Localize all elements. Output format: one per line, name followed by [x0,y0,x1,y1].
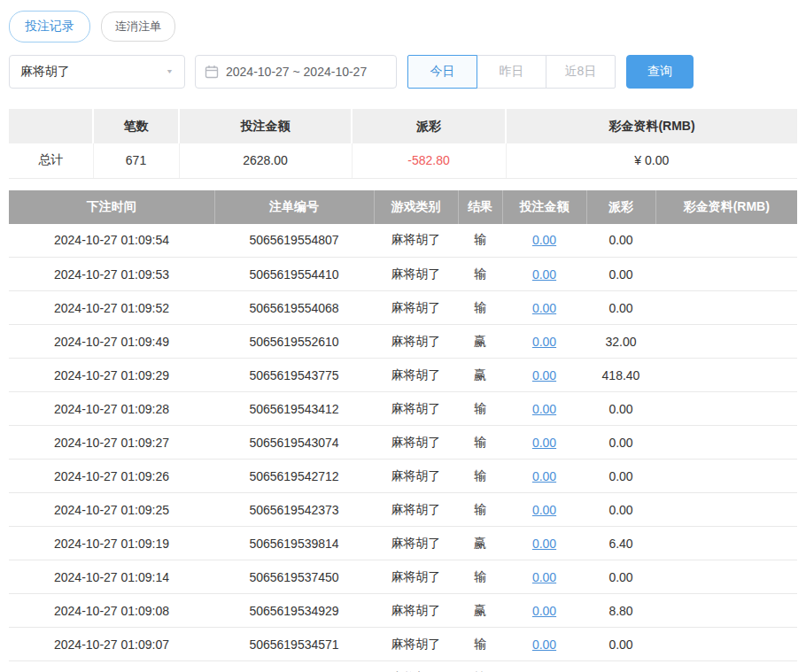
result-cell: 赢 [458,527,502,560]
bet-amount-link[interactable]: 0.00 [532,436,556,450]
payout-cell: 0.00 [586,493,655,527]
game-type-cell: 麻将胡了 [374,560,458,594]
summary-header-bet-amount: 投注金额 [179,109,352,143]
bet-time-cell: 2024-10-27 01:09:27 [9,426,214,460]
payout-cell: 32.00 [586,325,655,359]
bet-time-cell: 2024-10-27 01:09:14 [9,560,214,594]
bet-amount-cell: 0.00 [502,661,586,672]
calendar-icon [205,65,219,79]
bet-amount-link[interactable]: 0.00 [532,368,556,382]
game-select[interactable]: 麻将胡了 ▼ [9,55,185,89]
quick-filter-today[interactable]: 今日 [407,55,477,89]
order-id-cell: 5065619534184 [214,661,374,672]
tab-cancelled-orders[interactable]: 连消注单 [101,12,175,42]
bet-amount-link[interactable]: 0.00 [532,233,556,247]
jackpot-cell [655,560,797,594]
game-type-cell: 麻将胡了 [374,493,458,527]
header-bet-amount: 投注金额 [502,190,586,224]
bet-amount-link[interactable]: 0.00 [532,503,556,517]
jackpot-cell [655,325,797,359]
bet-amount-cell: 0.00 [502,258,586,291]
jackpot-cell [655,359,797,392]
result-cell: 输 [458,460,502,493]
header-order-id: 注单编号 [214,190,374,224]
summary-header-row: 笔数 投注金额 派彩 彩金资料(RMB) [9,109,797,143]
summary-total-row: 总计 671 2628.00 -582.80 ¥ 0.00 [9,143,797,178]
payout-cell: 0.00 [586,224,655,258]
game-select-value: 麻将胡了 [20,64,70,80]
jackpot-cell [655,258,797,291]
bet-amount-link[interactable]: 0.00 [532,604,556,618]
summary-header-payout: 派彩 [352,109,506,143]
bet-amount-cell: 0.00 [502,325,586,359]
query-button[interactable]: 查询 [626,55,694,89]
bet-amount-cell: 0.00 [502,460,586,493]
table-row: 2024-10-27 01:09:085065619534929麻将胡了赢0.0… [9,594,797,628]
payout-cell: 0.00 [586,460,655,493]
table-row: 2024-10-27 01:09:065065619534184麻将胡了输0.0… [9,661,797,672]
jackpot-cell [655,460,797,493]
chevron-down-icon: ▼ [166,68,174,75]
bet-time-cell: 2024-10-27 01:09:19 [9,527,214,560]
game-type-cell: 麻将胡了 [374,224,458,258]
payout-cell: 418.40 [586,359,655,392]
bet-amount-link[interactable]: 0.00 [532,335,556,349]
game-type-cell: 麻将胡了 [374,460,458,493]
order-id-cell: 5065619543074 [214,426,374,460]
quick-filter-last8days[interactable]: 近8日 [546,55,616,89]
result-cell: 输 [458,628,502,661]
bet-amount-link[interactable]: 0.00 [532,637,556,652]
payout-cell: 0.00 [586,628,655,661]
bet-amount-cell: 0.00 [502,560,586,594]
order-id-cell: 5065619554068 [214,291,374,325]
bet-amount-link[interactable]: 0.00 [532,402,556,416]
jackpot-cell [655,291,797,325]
bet-amount-cell: 0.00 [502,224,586,258]
bet-amount-link[interactable]: 0.00 [532,537,556,551]
result-cell: 输 [458,560,502,594]
result-cell: 赢 [458,359,502,392]
bet-amount-link[interactable]: 0.00 [532,469,556,483]
game-type-cell: 麻将胡了 [374,527,458,560]
table-row: 2024-10-27 01:09:545065619554807麻将胡了输0.0… [9,224,797,258]
bet-amount-link[interactable]: 0.00 [532,267,556,282]
jackpot-cell [655,628,797,661]
summary-total-count: 671 [93,143,179,178]
result-cell: 输 [458,291,502,325]
bet-time-cell: 2024-10-27 01:09:28 [9,392,214,426]
game-type-cell: 麻将胡了 [374,426,458,460]
table-row: 2024-10-27 01:09:255065619542373麻将胡了输0.0… [9,493,797,527]
game-type-cell: 麻将胡了 [374,258,458,291]
table-row: 2024-10-27 01:09:275065619543074麻将胡了输0.0… [9,426,797,460]
header-jackpot: 彩金资料(RMB) [655,190,797,224]
bet-time-cell: 2024-10-27 01:09:54 [9,224,214,258]
records-tbody: 2024-10-27 01:09:545065619554807麻将胡了输0.0… [9,224,797,672]
quick-filter-yesterday[interactable]: 昨日 [477,55,546,89]
header-bet-time: 下注时间 [9,190,214,224]
bet-amount-cell: 0.00 [502,392,586,426]
filter-bar: 麻将胡了 ▼ 2024-10-27 ~ 2024-10-27 今日 昨日 近8日… [9,55,797,89]
bet-time-cell: 2024-10-27 01:09:53 [9,258,214,291]
top-tabs: 投注记录 连消注单 [9,11,797,42]
game-type-cell: 麻将胡了 [374,325,458,359]
betting-records-page: 投注记录 连消注单 麻将胡了 ▼ 2024-10-27 ~ 2024-10-27… [0,0,806,672]
summary-header-count: 笔数 [93,109,179,143]
game-type-cell: 麻将胡了 [374,291,458,325]
bet-amount-link[interactable]: 0.00 [532,570,556,584]
summary-table: 笔数 投注金额 派彩 彩金资料(RMB) 总计 671 2628.00 -582… [9,109,797,179]
bet-amount-cell: 0.00 [502,527,586,560]
bet-amount-cell: 0.00 [502,426,586,460]
header-game-type: 游戏类别 [374,190,458,224]
bet-time-cell: 2024-10-27 01:09:06 [9,661,214,672]
result-cell: 输 [458,258,502,291]
bet-amount-cell: 0.00 [502,291,586,325]
summary-total-label: 总计 [9,143,93,178]
bet-amount-link[interactable]: 0.00 [532,301,556,315]
date-range-input[interactable]: 2024-10-27 ~ 2024-10-27 [195,55,397,89]
game-type-cell: 麻将胡了 [374,661,458,672]
bet-time-cell: 2024-10-27 01:09:07 [9,628,214,661]
order-id-cell: 5065619542373 [214,493,374,527]
tab-betting-records[interactable]: 投注记录 [9,11,90,42]
table-row: 2024-10-27 01:09:495065619552610麻将胡了赢0.0… [9,325,797,359]
game-type-cell: 麻将胡了 [374,359,458,392]
